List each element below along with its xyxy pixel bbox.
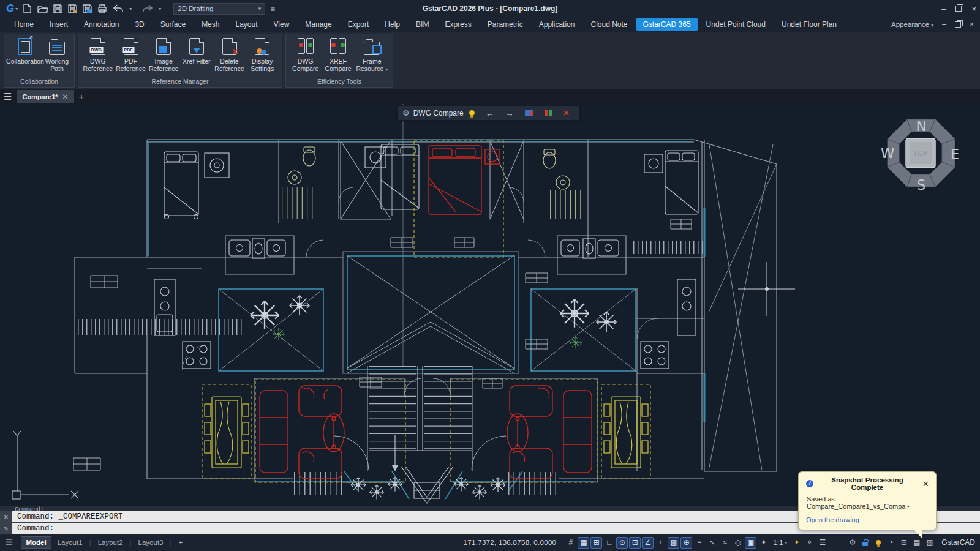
quick-properties-icon[interactable]: ≈: [719, 537, 731, 549]
collaboration-button[interactable]: Collaboration: [8, 37, 42, 65]
dynamic-input-icon[interactable]: ⊕: [680, 537, 692, 549]
frame-resource-button[interactable]: Frame Resource ▾: [355, 37, 389, 72]
new-doc-tab-button[interactable]: +: [79, 91, 85, 102]
tab-mesh[interactable]: Mesh: [194, 18, 227, 31]
suggestion-bulb-icon[interactable]: [872, 537, 884, 549]
command-edit-icon[interactable]: ✎: [0, 523, 12, 534]
settings-gear-icon[interactable]: ⚙: [846, 537, 858, 549]
lineweight-icon[interactable]: ≡: [693, 537, 705, 549]
display-settings-button[interactable]: Display Settings: [246, 37, 278, 72]
tab-undet-floor-plan[interactable]: Undet Floor Plan: [774, 18, 845, 31]
tab-annotation[interactable]: Annotation: [76, 18, 127, 31]
xref-filter-button[interactable]: Xref Filter: [181, 37, 213, 65]
redo-icon[interactable]: [142, 4, 153, 13]
3d-object-snap-icon[interactable]: +: [655, 537, 666, 549]
dwg-compare-button[interactable]: DWG Compare: [290, 37, 321, 72]
status-menu-icon[interactable]: ☰: [5, 537, 13, 548]
scale-list-icon[interactable]: ☰: [816, 537, 828, 549]
tab-cloud-note[interactable]: Cloud Note: [582, 18, 635, 31]
tab-insert[interactable]: Insert: [42, 18, 76, 31]
dwg-reference-button[interactable]: DWG DWG Reference: [82, 37, 114, 72]
restore-button[interactable]: [956, 6, 962, 12]
tab-parametric[interactable]: Parametric: [480, 18, 531, 31]
new-file-icon[interactable]: [23, 4, 32, 13]
tab-view[interactable]: View: [266, 18, 298, 31]
snap-mode-icon[interactable]: ⊞: [590, 537, 602, 549]
ribbon-minimize-button[interactable]: –: [942, 20, 946, 29]
object-snap-tracking-icon[interactable]: ∠: [642, 537, 654, 549]
pdf-reference-button[interactable]: PDF PDF Reference: [115, 37, 147, 72]
resource-folder-icon[interactable]: ▨: [924, 537, 935, 549]
tab-help[interactable]: Help: [377, 18, 408, 31]
compare-settings-icon[interactable]: ⚙: [402, 108, 410, 118]
selection-cycling-icon[interactable]: ↖: [706, 537, 718, 549]
gstarcad-logo-icon[interactable]: G: [6, 2, 14, 15]
grid-display-icon[interactable]: ▦: [578, 537, 589, 549]
dynamic-ucs-icon[interactable]: ▩: [668, 537, 679, 549]
add-layout-button[interactable]: +: [175, 537, 187, 548]
ribbon-close-button[interactable]: ×: [970, 20, 974, 29]
annotation-scale-sync-icon[interactable]: ✧: [804, 537, 815, 549]
drawing-canvas[interactable]: ⚙ DWG Compare ← → × TOP N S W E: [0, 104, 980, 506]
layout2-tab[interactable]: Layout2: [94, 537, 127, 548]
tab-express[interactable]: Express: [437, 18, 479, 31]
compare-close-icon[interactable]: ×: [558, 108, 575, 119]
ribbon-restore-button[interactable]: [955, 21, 961, 28]
open-file-icon[interactable]: [37, 4, 48, 13]
tab-export[interactable]: Export: [340, 18, 377, 31]
snap-settings-icon[interactable]: #: [565, 537, 576, 549]
tab-home[interactable]: Home: [6, 18, 42, 31]
notification-close-icon[interactable]: ✕: [921, 480, 930, 488]
next-difference-button[interactable]: →: [500, 108, 519, 118]
tab-surface[interactable]: Surface: [153, 18, 194, 31]
tab-manage[interactable]: Manage: [297, 18, 339, 31]
app-menu-caret-icon[interactable]: ▾: [15, 6, 18, 12]
save-icon[interactable]: [53, 4, 62, 13]
tab-gstarcad-365[interactable]: GstarCAD 365: [636, 18, 698, 31]
layout3-tab[interactable]: Layout3: [134, 537, 168, 548]
toolbar-options-icon[interactable]: ≣: [270, 6, 275, 12]
previous-difference-button[interactable]: ←: [480, 108, 500, 118]
compare-highlight-icon[interactable]: [469, 110, 475, 116]
ortho-mode-icon[interactable]: ∟: [603, 537, 615, 549]
compare-side-by-side-icon[interactable]: [545, 109, 552, 117]
object-snap-icon[interactable]: ⊡: [629, 537, 641, 549]
tab-3d[interactable]: 3D: [127, 18, 152, 31]
open-drawing-link[interactable]: Open the drawing: [806, 516, 859, 523]
undo-icon[interactable]: [113, 4, 124, 13]
save-all-icon[interactable]: [83, 4, 92, 13]
performance-icon[interactable]: ◔: [885, 537, 897, 549]
annotation-visibility-icon[interactable]: ✦: [758, 537, 769, 549]
xref-compare-button[interactable]: XREF Compare: [322, 37, 353, 72]
tab-undet-point-cloud[interactable]: Undet Point Cloud: [698, 18, 774, 31]
tab-bim[interactable]: BIM: [408, 18, 437, 31]
doc-tab-close-icon[interactable]: ✕: [62, 92, 69, 101]
working-path-button[interactable]: Working Path: [43, 37, 70, 72]
close-button[interactable]: ×: [971, 4, 976, 13]
polar-tracking-icon[interactable]: ⊙: [616, 537, 628, 549]
zoom-icon[interactable]: ◎: [732, 537, 744, 549]
view-cube[interactable]: TOP N S W E: [881, 115, 962, 192]
save-as-icon[interactable]: [68, 4, 77, 13]
compare-export-icon[interactable]: [525, 110, 533, 116]
layout1-tab[interactable]: Layout1: [53, 537, 87, 548]
auto-annotation-icon[interactable]: ✦: [791, 537, 802, 549]
doc-tab-compare1[interactable]: Compare1* ✕: [17, 90, 74, 103]
tab-layout[interactable]: Layout: [227, 18, 265, 31]
hardware-acceleration-icon[interactable]: ▣: [745, 537, 756, 549]
doc-menu-icon[interactable]: ☰: [4, 92, 12, 101]
ui-lock-icon[interactable]: [859, 537, 871, 549]
clean-screen-icon[interactable]: ⊡: [898, 537, 910, 549]
print-icon[interactable]: [97, 4, 107, 13]
command-close-icon[interactable]: ✕: [0, 511, 12, 522]
minimize-button[interactable]: –: [941, 4, 946, 13]
annotation-scale-dropdown[interactable]: 1:1▾: [771, 539, 790, 546]
redo-caret-icon[interactable]: ▾: [159, 6, 161, 12]
workspace-dropdown[interactable]: 2D Drafting ▾: [173, 3, 265, 15]
delete-reference-button[interactable]: ✕ Delete Reference: [214, 37, 246, 72]
undo-caret-icon[interactable]: ▾: [129, 6, 132, 12]
model-tab[interactable]: Model: [21, 537, 50, 548]
tab-application[interactable]: Application: [531, 18, 583, 31]
appearance-dropdown[interactable]: Appearance ▾: [891, 21, 933, 28]
image-reference-button[interactable]: Image Reference: [148, 37, 179, 72]
